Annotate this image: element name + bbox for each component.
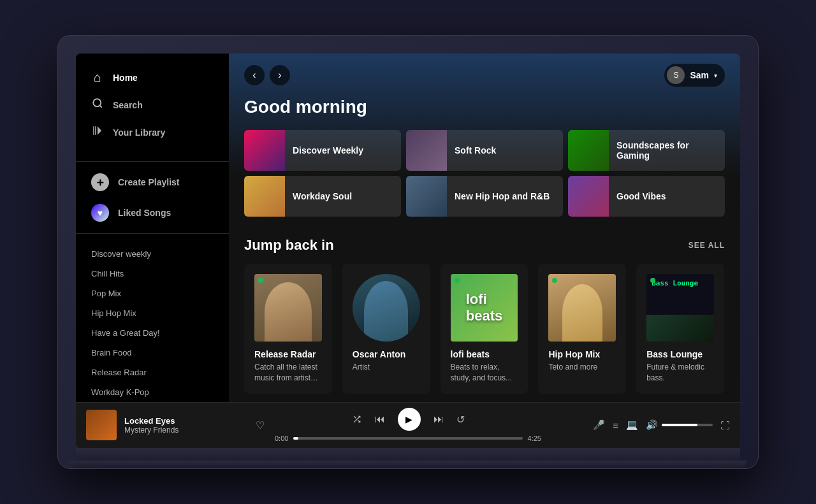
volume-icon[interactable]: 🔊 xyxy=(646,419,658,431)
main-content: ‹ › S Sam ▾ Good morning Discover xyxy=(229,54,740,402)
next-button[interactable]: ⏭ xyxy=(433,414,444,425)
card-art xyxy=(353,274,420,342)
play-pause-button[interactable]: ▶ xyxy=(398,408,421,431)
spotify-dot xyxy=(455,278,460,283)
laptop-chin xyxy=(76,448,740,461)
liked-songs-action[interactable]: ♥ Liked Songs xyxy=(76,198,229,228)
card-image: Bass Lounge xyxy=(646,274,714,342)
sidebar-divider-2 xyxy=(76,233,229,234)
quick-card-thumbnail xyxy=(406,130,447,171)
jump-back-in-card[interactable]: lofibeats lofi beats Beats to relax, stu… xyxy=(441,264,528,393)
sidebar-item-library-label: Your Library xyxy=(113,127,165,138)
jump-back-in-header: Jump back in SEE ALL xyxy=(244,237,725,254)
card-subtitle: Catch all the latest music from artists … xyxy=(254,362,322,384)
track-artist: Mystery Friends xyxy=(124,426,248,435)
chevron-down-icon: ▾ xyxy=(714,72,717,79)
card-image xyxy=(254,274,322,342)
playlist-item[interactable]: Brain Food xyxy=(76,343,229,363)
sidebar-item-search[interactable]: Search xyxy=(76,91,229,119)
player-controls: ⏮ ▶ ⏭ ↺ 0:00 4:25 xyxy=(275,408,541,442)
card-subtitle: Beats to relax, study, and focus... xyxy=(451,362,518,384)
playlist-item[interactable]: Chill Hits xyxy=(76,264,229,284)
navigation-buttons: ‹ › xyxy=(244,65,290,85)
player-bar: Locked Eyes Mystery Friends ♡ ⏮ ▶ ⏭ ↺ xyxy=(76,402,740,448)
repeat-button[interactable]: ↺ xyxy=(456,414,465,426)
playlist-item[interactable]: Workday K-Pop xyxy=(76,382,229,397)
volume-track[interactable] xyxy=(662,424,713,426)
quick-card-title: Soft Rock xyxy=(447,145,504,155)
main-scroll: Good morning Discover Weekly Soft Rock S… xyxy=(229,97,740,402)
player-track-info: Locked Eyes Mystery Friends ♡ xyxy=(86,410,265,440)
jump-back-in-card[interactable]: Release Radar Catch all the latest music… xyxy=(244,264,332,393)
quick-card-title: Workday Soul xyxy=(285,191,360,201)
quick-pick-card[interactable]: Discover Weekly xyxy=(244,130,401,171)
fullscreen-button[interactable]: ⛶ xyxy=(720,420,730,431)
quick-card-title: New Hip Hop and R&B xyxy=(447,191,557,201)
card-title: Hip Hop Mix xyxy=(548,349,616,359)
user-name: Sam xyxy=(690,70,709,80)
avatar: S xyxy=(667,66,685,84)
jump-back-in-card[interactable]: Oscar Anton Artist xyxy=(342,264,430,393)
current-time: 0:00 xyxy=(275,435,288,442)
quick-card-thumbnail xyxy=(244,130,285,171)
card-subtitle: Future & melodic bass. xyxy=(646,362,714,384)
playlist-item[interactable]: Pop Mix xyxy=(76,284,229,303)
shuffle-button[interactable] xyxy=(352,414,362,424)
devices-button[interactable]: 💻 xyxy=(626,419,638,431)
card-title: Release Radar xyxy=(254,349,322,359)
quick-pick-card[interactable]: Soft Rock xyxy=(406,130,563,171)
laptop-base xyxy=(69,461,747,468)
quick-pick-card[interactable]: Soundscapes for Gaming xyxy=(568,130,725,171)
progress-bar-container: 0:00 4:25 xyxy=(275,435,541,442)
card-title: Bass Lounge xyxy=(646,349,714,359)
volume-control: 🔊 xyxy=(646,419,713,431)
quick-card-thumbnail xyxy=(244,176,285,217)
liked-songs-label: Liked Songs xyxy=(118,208,171,218)
like-button[interactable]: ♡ xyxy=(256,419,265,431)
lyrics-button[interactable]: 🎤 xyxy=(593,419,605,431)
create-playlist-action[interactable]: ＋ Create Playlist xyxy=(76,167,229,198)
track-details: Locked Eyes Mystery Friends xyxy=(124,416,248,435)
volume-fill xyxy=(662,424,697,426)
playlist-item[interactable]: Discover weekly xyxy=(76,244,229,264)
sidebar-item-home[interactable]: ⌂ Home xyxy=(76,64,229,91)
progress-track[interactable] xyxy=(293,437,522,440)
playlist-item[interactable]: Release Radar xyxy=(76,363,229,382)
control-buttons: ⏮ ▶ ⏭ ↺ xyxy=(352,408,465,431)
card-art xyxy=(548,274,616,342)
quick-card-thumbnail xyxy=(406,176,447,217)
playlist-item[interactable]: Hip Hop Mix xyxy=(76,303,229,323)
card-subtitle: Artist xyxy=(353,362,420,373)
back-button[interactable]: ‹ xyxy=(244,65,265,85)
quick-card-thumbnail xyxy=(568,176,609,217)
progress-fill xyxy=(293,437,298,440)
sidebar-item-home-label: Home xyxy=(113,73,138,83)
forward-button[interactable]: › xyxy=(270,65,290,85)
home-icon: ⌂ xyxy=(91,70,104,85)
previous-button[interactable]: ⏮ xyxy=(375,414,385,425)
track-artwork xyxy=(86,410,117,440)
svg-point-0 xyxy=(93,99,101,106)
total-time: 4:25 xyxy=(528,435,541,442)
main-header: ‹ › S Sam ▾ xyxy=(229,54,740,97)
queue-button[interactable]: ≡ xyxy=(613,420,618,431)
greeting-title: Good morning xyxy=(244,97,725,117)
card-image: lofibeats xyxy=(451,274,518,342)
playlist-item[interactable]: Have a Great Day! xyxy=(76,323,229,343)
sidebar-item-search-label: Search xyxy=(113,100,143,110)
sidebar-item-library[interactable]: Your Library xyxy=(76,119,229,146)
playlist-list: Discover weeklyChill HitsPop MixHip Hop … xyxy=(76,239,229,397)
card-image xyxy=(548,274,616,342)
quick-pick-card[interactable]: Good Vibes xyxy=(568,176,725,217)
sidebar-nav: ⌂ Home Search xyxy=(76,59,229,156)
jump-back-in-card[interactable]: Hip Hop Mix Teto and more xyxy=(538,264,626,393)
sidebar: ⌂ Home Search xyxy=(76,54,229,402)
quick-card-title: Good Vibes xyxy=(609,191,674,201)
quick-pick-card[interactable]: Workday Soul xyxy=(244,176,401,217)
card-art: Bass Lounge xyxy=(646,274,714,342)
user-menu[interactable]: S Sam ▾ xyxy=(664,64,725,87)
jump-back-in-card[interactable]: Bass Lounge Bass Lounge Future & melodic… xyxy=(636,264,724,393)
quick-pick-card[interactable]: New Hip Hop and R&B xyxy=(406,176,563,217)
library-icon xyxy=(91,125,104,140)
see-all-button[interactable]: SEE ALL xyxy=(688,241,725,250)
